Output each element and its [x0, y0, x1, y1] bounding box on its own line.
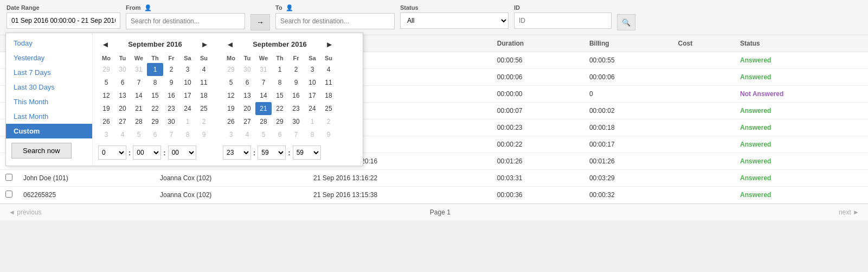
cal-day[interactable]: 3: [223, 128, 239, 141]
cal-day[interactable]: 17: [304, 89, 320, 102]
cal-day[interactable]: 1: [304, 115, 320, 128]
cal-day[interactable]: 7: [255, 76, 272, 89]
cal-day[interactable]: 13: [239, 89, 255, 102]
next-link[interactable]: next ►: [839, 208, 859, 216]
cal-day[interactable]: 5: [131, 128, 147, 141]
cal-day[interactable]: 24: [304, 102, 320, 115]
cal-left-prev[interactable]: ◄: [98, 39, 113, 50]
cal-day[interactable]: 4: [114, 128, 131, 141]
cal-day[interactable]: 28: [255, 115, 272, 128]
cal-day[interactable]: 11: [196, 76, 212, 89]
time-left-hours[interactable]: 01223: [98, 146, 126, 160]
to-search-input[interactable]: [275, 13, 395, 29]
time-left-minutes[interactable]: 00153045: [133, 146, 161, 160]
cal-day[interactable]: 19: [98, 102, 114, 115]
cal-day[interactable]: 2: [196, 115, 212, 128]
cal-day[interactable]: 14: [131, 89, 147, 102]
cal-day[interactable]: 8: [147, 76, 163, 89]
cal-day[interactable]: 21: [255, 102, 272, 115]
cal-day[interactable]: 17: [179, 89, 196, 102]
cal-day[interactable]: 8: [179, 128, 196, 141]
cal-day[interactable]: 2: [163, 63, 179, 76]
cal-day[interactable]: 5: [255, 128, 272, 141]
cal-day[interactable]: 7: [288, 128, 304, 141]
cal-day[interactable]: 22: [147, 102, 163, 115]
cal-day[interactable]: 6: [239, 76, 255, 89]
status-select[interactable]: All Answered Not Answered Busy Failed: [400, 12, 509, 29]
cal-day[interactable]: 3: [179, 63, 196, 76]
range-yesterday[interactable]: Yesterday: [6, 50, 92, 65]
range-thismonth[interactable]: This Month: [6, 94, 92, 109]
cal-day[interactable]: 3: [98, 128, 114, 141]
cal-day[interactable]: 25: [320, 102, 337, 115]
cal-day[interactable]: 30: [114, 63, 131, 76]
cal-day[interactable]: 15: [272, 89, 288, 102]
cal-day[interactable]: 16: [288, 89, 304, 102]
previous-link[interactable]: ◄ previous: [9, 208, 42, 216]
time-right-minutes[interactable]: 590015: [258, 146, 286, 160]
cal-day[interactable]: 9: [196, 128, 212, 141]
cal-day[interactable]: 29: [223, 63, 239, 76]
cal-day[interactable]: 29: [98, 63, 114, 76]
cal-day[interactable]: 12: [223, 89, 239, 102]
cal-day[interactable]: 3: [304, 63, 320, 76]
cal-day[interactable]: 5: [223, 76, 239, 89]
cal-day[interactable]: 10: [179, 76, 196, 89]
cal-day[interactable]: 22: [272, 102, 288, 115]
cal-day[interactable]: 11: [320, 76, 337, 89]
from-search-input[interactable]: [126, 13, 245, 29]
cal-day[interactable]: 27: [239, 115, 255, 128]
cal-left-next[interactable]: ►: [197, 39, 212, 50]
cal-day[interactable]: 8: [304, 128, 320, 141]
range-today[interactable]: Today: [6, 36, 92, 50]
cal-day[interactable]: 15: [147, 89, 163, 102]
id-input[interactable]: [514, 12, 612, 29]
time-right-seconds[interactable]: 590015: [293, 146, 321, 160]
cal-day[interactable]: 6: [147, 128, 163, 141]
time-right-hours[interactable]: 2301: [223, 146, 251, 160]
swap-button[interactable]: →: [250, 14, 270, 30]
cal-day[interactable]: 1: [272, 63, 288, 76]
cal-day[interactable]: 30: [288, 115, 304, 128]
row-checkbox[interactable]: [5, 174, 12, 181]
cal-day[interactable]: 18: [320, 89, 337, 102]
cal-day[interactable]: 29: [147, 115, 163, 128]
cal-day[interactable]: 8: [272, 76, 288, 89]
cal-day[interactable]: 4: [320, 63, 337, 76]
cal-day[interactable]: 14: [255, 89, 272, 102]
search-now-button[interactable]: Search now: [11, 143, 72, 159]
date-range-input[interactable]: [7, 12, 120, 29]
cal-day[interactable]: 28: [131, 115, 147, 128]
range-lastmonth[interactable]: Last Month: [6, 109, 92, 124]
time-left-seconds[interactable]: 00153059: [168, 146, 196, 160]
cal-day[interactable]: 23: [163, 102, 179, 115]
cal-day[interactable]: 1: [147, 63, 163, 76]
cal-day[interactable]: 4: [239, 128, 255, 141]
cal-day[interactable]: 7: [131, 76, 147, 89]
cal-day[interactable]: 31: [131, 63, 147, 76]
cal-day[interactable]: 21: [131, 102, 147, 115]
range-custom[interactable]: Custom: [6, 124, 92, 138]
cal-day[interactable]: 4: [196, 63, 212, 76]
cal-day[interactable]: 30: [239, 63, 255, 76]
cal-day[interactable]: 19: [223, 102, 239, 115]
cal-day[interactable]: 18: [196, 89, 212, 102]
cal-day[interactable]: 26: [223, 115, 239, 128]
cal-day[interactable]: 27: [114, 115, 131, 128]
cal-day[interactable]: 9: [163, 76, 179, 89]
cal-day[interactable]: 6: [272, 128, 288, 141]
cal-day[interactable]: 1: [179, 115, 196, 128]
cal-day[interactable]: 26: [98, 115, 114, 128]
cal-day[interactable]: 16: [163, 89, 179, 102]
cal-day[interactable]: 31: [255, 63, 272, 76]
cal-day[interactable]: 29: [272, 115, 288, 128]
cal-day[interactable]: 10: [304, 76, 320, 89]
range-last30days[interactable]: Last 30 Days: [6, 80, 92, 94]
cal-day[interactable]: 5: [98, 76, 114, 89]
cal-day[interactable]: 7: [163, 128, 179, 141]
range-last7days[interactable]: Last 7 Days: [6, 65, 92, 80]
cal-day[interactable]: 13: [114, 89, 131, 102]
search-button[interactable]: 🔍: [617, 14, 635, 30]
cal-day[interactable]: 25: [196, 102, 212, 115]
cal-day[interactable]: 20: [239, 102, 255, 115]
